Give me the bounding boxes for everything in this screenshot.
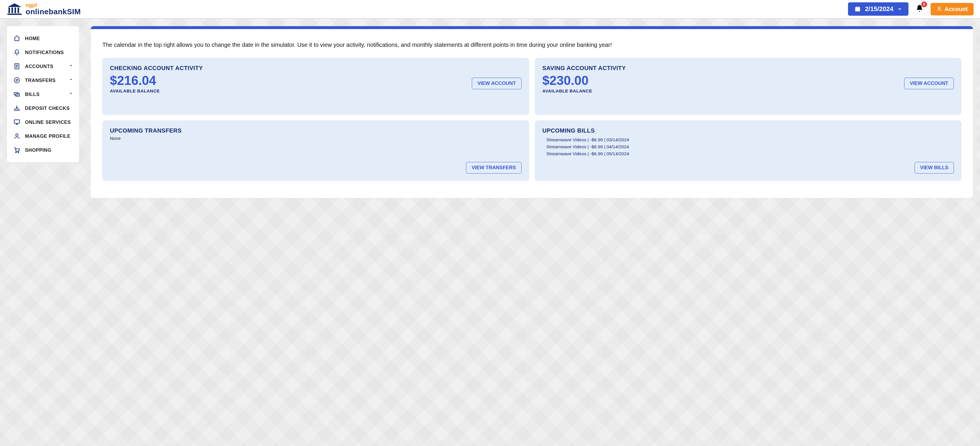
bills-list: Streamwave Videos | -$6.99 | 03/14/2024S… bbox=[542, 136, 954, 157]
checking-title: CHECKING ACCOUNT ACTIVITY bbox=[110, 65, 522, 72]
main: The calendar in the top right allows you… bbox=[91, 26, 973, 198]
sidebar-item-deposit-checks[interactable]: DEPOSIT CHECKS bbox=[10, 101, 76, 115]
sidebar-item-bills[interactable]: BILLS bbox=[10, 87, 76, 101]
date-value: 2/15/2024 bbox=[865, 5, 893, 13]
saving-sub: AVAILABLE BALANCE bbox=[542, 88, 592, 93]
topbar: ngpf onlinebankSIM 2/15/2024 0 bbox=[0, 0, 980, 19]
workspace: HOMENOTIFICATIONSACCOUNTSTRANSFERSBILLSD… bbox=[0, 19, 980, 205]
account-label: Account bbox=[945, 6, 968, 13]
checking-tile: CHECKING ACCOUNT ACTIVITY $216.04 AVAILA… bbox=[102, 58, 529, 115]
bills-icon bbox=[13, 91, 21, 98]
sidebar-item-label: HOME bbox=[25, 36, 40, 41]
svg-point-11 bbox=[939, 7, 940, 9]
svg-rect-3 bbox=[14, 8, 16, 13]
svg-rect-4 bbox=[18, 8, 19, 13]
notifications-button[interactable]: 0 bbox=[914, 3, 925, 15]
logo-bottom-text: onlinebankSIM bbox=[25, 8, 81, 15]
logo-bank-icon bbox=[6, 3, 23, 15]
bill-item: Streamwave Videos | -$6.99 | 05/14/2024 bbox=[547, 150, 954, 157]
transfers-tile: UPCOMING TRANSFERS None VIEW TRANSFERS bbox=[102, 120, 529, 180]
user-icon bbox=[936, 6, 942, 12]
notifications-badge: 0 bbox=[921, 2, 927, 7]
sidebar-item-label: ACCOUNTS bbox=[25, 64, 54, 69]
svg-rect-8 bbox=[856, 6, 857, 8]
sidebar: HOMENOTIFICATIONSACCOUNTSTRANSFERSBILLSD… bbox=[7, 26, 79, 162]
view-checking-button[interactable]: VIEW ACCOUNT bbox=[472, 78, 522, 89]
svg-point-23 bbox=[16, 134, 18, 136]
deposit-icon bbox=[13, 105, 21, 112]
transfers-empty: None bbox=[110, 136, 522, 141]
view-bills-button[interactable]: VIEW BILLS bbox=[915, 162, 954, 174]
svg-rect-19 bbox=[14, 109, 19, 110]
main-card: The calendar in the top right allows you… bbox=[91, 26, 973, 198]
account-button[interactable]: Account bbox=[931, 3, 974, 15]
cart-icon bbox=[13, 147, 21, 153]
saving-balance: $230.00 bbox=[542, 73, 592, 88]
home-icon bbox=[13, 35, 21, 42]
sidebar-item-label: ONLINE SERVICES bbox=[25, 119, 71, 125]
calendar-icon bbox=[854, 6, 861, 12]
svg-point-25 bbox=[18, 152, 19, 153]
sidebar-item-accounts[interactable]: ACCOUNTS bbox=[10, 59, 76, 73]
svg-rect-1 bbox=[8, 8, 10, 13]
sidebar-item-home[interactable]: HOME bbox=[10, 32, 76, 45]
sidebar-item-label: TRANSFERS bbox=[25, 78, 56, 83]
sidebar-item-manage-profile[interactable]: MANAGE PROFILE bbox=[10, 129, 76, 143]
logo: ngpf onlinebankSIM bbox=[6, 3, 81, 15]
intro-text: The calendar in the top right allows you… bbox=[102, 41, 961, 49]
sidebar-item-label: DEPOSIT CHECKS bbox=[25, 105, 70, 111]
profile-icon bbox=[13, 132, 21, 140]
checking-sub: AVAILABLE BALANCE bbox=[110, 88, 160, 93]
chevron-down-icon bbox=[68, 91, 73, 97]
bill-item: Streamwave Videos | -$6.99 | 03/14/2024 bbox=[547, 136, 954, 143]
checking-balance: $216.04 bbox=[110, 73, 160, 88]
saving-title: SAVING ACCOUNT ACTIVITY bbox=[542, 65, 954, 72]
view-saving-button[interactable]: VIEW ACCOUNT bbox=[904, 78, 954, 89]
cards-grid: CHECKING ACCOUNT ACTIVITY $216.04 AVAILA… bbox=[102, 58, 961, 180]
date-picker-button[interactable]: 2/15/2024 bbox=[848, 2, 908, 16]
svg-point-16 bbox=[14, 78, 19, 83]
chevron-down-icon bbox=[68, 64, 73, 69]
saving-tile: SAVING ACCOUNT ACTIVITY $230.00 AVAILABL… bbox=[535, 58, 962, 115]
svg-rect-5 bbox=[8, 14, 22, 15]
svg-rect-20 bbox=[14, 120, 19, 123]
doc-icon bbox=[13, 63, 21, 70]
chevron-down-icon bbox=[68, 77, 73, 83]
sidebar-item-label: MANAGE PROFILE bbox=[25, 134, 70, 139]
svg-rect-2 bbox=[12, 8, 13, 13]
monitor-icon bbox=[13, 119, 21, 126]
sidebar-item-label: BILLS bbox=[25, 92, 40, 97]
svg-rect-9 bbox=[859, 6, 859, 8]
transfers-title: UPCOMING TRANSFERS bbox=[110, 127, 522, 134]
sidebar-item-shopping[interactable]: SHOPPING bbox=[10, 143, 76, 157]
sidebar-item-online-services[interactable]: ONLINE SERVICES bbox=[10, 115, 76, 129]
sidebar-item-label: SHOPPING bbox=[25, 147, 51, 153]
sidebar-item-transfers[interactable]: TRANSFERS bbox=[10, 73, 76, 87]
logo-text: ngpf onlinebankSIM bbox=[25, 3, 81, 15]
chevron-down-icon bbox=[897, 7, 902, 11]
bell-icon bbox=[13, 49, 21, 56]
sidebar-item-notifications[interactable]: NOTIFICATIONS bbox=[10, 45, 76, 59]
view-transfers-button[interactable]: VIEW TRANSFERS bbox=[466, 162, 521, 174]
svg-rect-10 bbox=[856, 9, 858, 10]
sidebar-item-label: NOTIFICATIONS bbox=[25, 50, 64, 55]
topbar-right: 2/15/2024 0 Account bbox=[848, 2, 974, 16]
svg-point-24 bbox=[16, 152, 17, 153]
bills-tile: UPCOMING BILLS Streamwave Videos | -$6.9… bbox=[535, 120, 962, 180]
svg-marker-0 bbox=[8, 3, 22, 7]
svg-rect-7 bbox=[855, 7, 860, 9]
bills-title: UPCOMING BILLS bbox=[542, 127, 954, 134]
bill-item: Streamwave Videos | -$6.99 | 04/14/2024 bbox=[547, 143, 954, 150]
transfer-icon bbox=[13, 77, 21, 84]
